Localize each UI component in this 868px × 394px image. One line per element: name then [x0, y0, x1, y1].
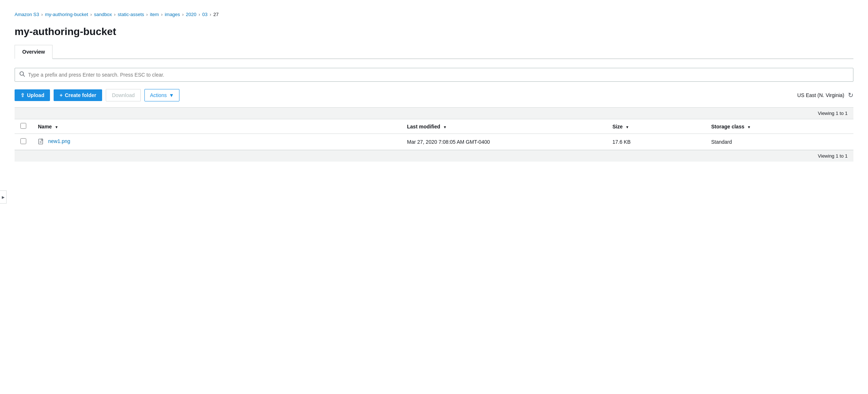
breadcrumb-item[interactable]: item	[150, 12, 159, 17]
th-name[interactable]: Name ▼	[32, 119, 401, 134]
breadcrumb-sep-3: ›	[146, 12, 148, 17]
breadcrumb-sep-1: ›	[90, 12, 92, 17]
row-file-name[interactable]: new1.png	[48, 138, 70, 144]
th-size[interactable]: Size ▼	[607, 119, 705, 134]
upload-icon: ⇧	[20, 92, 25, 98]
breadcrumb-2020[interactable]: 2020	[186, 12, 197, 17]
row-size-cell: 17.6 KB	[607, 134, 705, 150]
sort-arrow-modified: ▼	[443, 125, 447, 129]
breadcrumb: Amazon S3 › my-authoring-bucket › sandbo…	[15, 7, 853, 23]
breadcrumb-images[interactable]: images	[165, 12, 180, 17]
breadcrumb-sep-5: ›	[182, 12, 184, 17]
breadcrumb-my-authoring-bucket[interactable]: my-authoring-bucket	[45, 12, 88, 17]
page-title: my-authoring-bucket	[15, 26, 853, 38]
row-storage-cell: Standard	[705, 134, 853, 150]
upload-button[interactable]: ⇧ Upload	[15, 89, 50, 101]
select-all-checkbox[interactable]	[20, 123, 26, 129]
svg-rect-3	[41, 139, 43, 140]
search-icon	[19, 71, 25, 78]
breadcrumb-sep-2: ›	[114, 12, 116, 17]
breadcrumb-27: 27	[213, 12, 218, 17]
th-last-modified[interactable]: Last modified ▼	[401, 119, 607, 134]
viewing-row-top: Viewing 1 to 1	[15, 108, 853, 119]
toolbar-right: US East (N. Virginia) ↻	[797, 91, 853, 99]
breadcrumb-03[interactable]: 03	[202, 12, 208, 17]
table-container: Viewing 1 to 1 Name ▼ Last modified ▼	[15, 107, 853, 162]
file-icon	[38, 139, 44, 145]
data-table: Name ▼ Last modified ▼ Size ▼ Storage	[15, 119, 853, 150]
sort-arrow-size: ▼	[625, 125, 629, 129]
breadcrumb-sandbox[interactable]: sandbox	[94, 12, 112, 17]
viewing-row-bottom: Viewing 1 to 1	[15, 150, 853, 162]
sort-arrow-storage: ▼	[747, 125, 751, 129]
th-checkbox	[15, 119, 32, 134]
tabs-bar: Overview	[15, 45, 853, 59]
breadcrumb-sep-6: ›	[199, 12, 200, 17]
region-label: US East (N. Virginia)	[797, 92, 844, 98]
breadcrumb-static-assets[interactable]: static-assets	[118, 12, 144, 17]
plus-icon: +	[59, 92, 62, 98]
th-storage-class[interactable]: Storage class ▼	[705, 119, 853, 134]
create-folder-button[interactable]: + Create folder	[54, 89, 102, 101]
row-name-cell: new1.png	[32, 134, 401, 150]
refresh-icon[interactable]: ↻	[848, 91, 853, 99]
tab-overview[interactable]: Overview	[15, 45, 53, 59]
sidebar-toggle[interactable]: ▶	[0, 190, 7, 204]
table-header-row: Name ▼ Last modified ▼ Size ▼ Storage	[15, 119, 853, 134]
toolbar: ⇧ Upload + Create folder Download Action…	[15, 89, 853, 101]
row-checkbox[interactable]	[20, 138, 26, 144]
breadcrumb-amazon-s3[interactable]: Amazon S3	[15, 12, 39, 17]
search-bar	[15, 68, 853, 82]
svg-line-1	[23, 75, 25, 77]
chevron-down-icon: ▼	[169, 92, 174, 98]
breadcrumb-sep-0: ›	[41, 12, 43, 17]
search-input[interactable]	[28, 72, 849, 78]
actions-button[interactable]: Actions ▼	[144, 89, 179, 101]
breadcrumb-sep-7: ›	[210, 12, 211, 17]
row-modified-cell: Mar 27, 2020 7:08:05 AM GMT-0400	[401, 134, 607, 150]
row-checkbox-cell	[15, 134, 32, 150]
table-row: new1.png Mar 27, 2020 7:08:05 AM GMT-040…	[15, 134, 853, 150]
breadcrumb-sep-4: ›	[161, 12, 163, 17]
sort-arrow-name: ▼	[55, 125, 58, 129]
download-button[interactable]: Download	[106, 89, 141, 101]
